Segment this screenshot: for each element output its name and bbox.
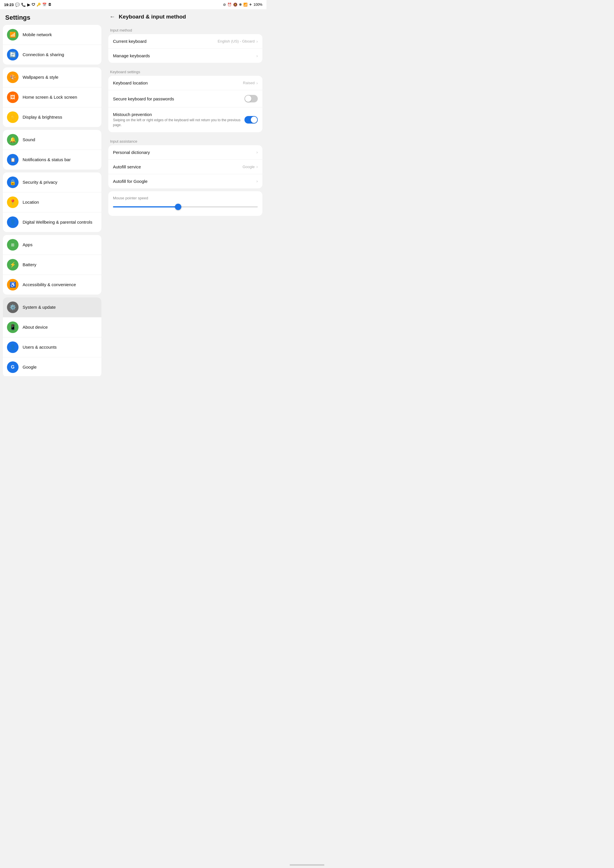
shield-icon: 🛡 — [31, 3, 35, 7]
mobile-network-label: Mobile network — [23, 32, 52, 37]
battery-icon: 100% — [253, 3, 263, 7]
airplane-icon: ✈ — [249, 3, 252, 7]
accessibility-label: Accessibility & convenience — [23, 282, 76, 288]
manage-keyboards-title: Manage keyboards — [113, 53, 253, 58]
security-label: Security & privacy — [23, 180, 58, 185]
settings-group-5: ⊞ Apps ⚡ Battery ♿ Accessibility & conve… — [3, 235, 101, 294]
wallpapers-label: Wallpapers & style — [23, 74, 59, 80]
sidebar-item-wallpapers[interactable]: 🎨 Wallpapers & style — [3, 67, 101, 87]
sidebar-item-about-device[interactable]: 📱 About device — [3, 318, 101, 337]
current-keyboard-item[interactable]: Current keyboard English (US) - Gboard › — [108, 34, 263, 49]
sidebar-item-display[interactable]: ☀️ Display & brightness — [3, 107, 101, 127]
dnd-icon: ⊘ — [223, 3, 226, 7]
sidebar-item-system-update[interactable]: ⚙️ System & update — [3, 298, 101, 318]
main-layout: Settings 📶 Mobile network 🔄 Connection &… — [0, 9, 266, 376]
key-icon: 🔑 — [36, 3, 41, 7]
settings-title: Settings — [3, 13, 101, 25]
apps-label: Apps — [23, 242, 33, 248]
keyboard-location-item[interactable]: Keyboard location Raised › — [108, 76, 263, 90]
connection-sharing-icon: 🔄 — [7, 49, 19, 60]
mistouch-prevention-item[interactable]: Mistouch prevention Swiping on the left … — [108, 107, 263, 132]
keyboard-settings-card: Keyboard location Raised › Secure keyboa… — [108, 76, 263, 132]
mistouch-prevention-subtitle: Swiping on the left or right edges of th… — [113, 118, 241, 128]
home-lock-label: Home screen & Lock screen — [23, 94, 77, 100]
secure-keyboard-toggle[interactable] — [244, 95, 258, 102]
slider-thumb[interactable] — [175, 204, 181, 210]
calendar-icon: 📅 — [42, 3, 47, 7]
personal-dictionary-chevron: › — [256, 150, 258, 155]
bluetooth-icon: ✻ — [239, 3, 242, 7]
slider-container[interactable] — [113, 204, 258, 210]
sidebar-item-security[interactable]: 🔒 Security & privacy — [3, 172, 101, 192]
wellbeing-label: Digital Wellbeing & parental controls — [23, 219, 92, 225]
autofill-google-item[interactable]: Autofill for Google › — [108, 174, 263, 188]
sidebar-item-home-lock[interactable]: 🖼 Home screen & Lock screen — [3, 87, 101, 107]
settings-group-1: 📶 Mobile network 🔄 Connection & sharing — [3, 25, 101, 65]
sidebar-item-mobile-network[interactable]: 📶 Mobile network — [3, 25, 101, 45]
manage-keyboards-item[interactable]: Manage keyboards › — [108, 49, 263, 63]
battery-label: Battery — [23, 262, 36, 268]
sidebar-item-location[interactable]: 📍 Location — [3, 192, 101, 212]
personal-dictionary-title: Personal dictionary — [113, 150, 253, 155]
battery-circle-icon: ⚡ — [7, 259, 19, 271]
location-icon: 📍 — [7, 197, 19, 208]
sidebar-item-battery[interactable]: ⚡ Battery — [3, 255, 101, 275]
mouse-pointer-speed-card: Mouse pointer speed — [108, 191, 263, 216]
input-method-card: Current keyboard English (US) - Gboard ›… — [108, 34, 263, 63]
sidebar-item-connection-sharing[interactable]: 🔄 Connection & sharing — [3, 45, 101, 65]
back-button[interactable]: ← — [109, 13, 115, 20]
right-panel: ← Keyboard & input method Input method C… — [104, 9, 266, 376]
settings-group-2: 🎨 Wallpapers & style 🖼 Home screen & Loc… — [3, 67, 101, 127]
google-icon: G — [7, 361, 19, 373]
keyboard-settings-section-label: Keyboard settings — [108, 66, 263, 76]
keyboard-location-title: Keyboard location — [113, 81, 240, 85]
right-header: ← Keyboard & input method — [104, 9, 266, 24]
system-update-icon: ⚙️ — [7, 301, 19, 313]
sidebar-item-apps[interactable]: ⊞ Apps — [3, 235, 101, 255]
slider-section: Mouse pointer speed — [108, 191, 263, 216]
input-method-section-label: Input method — [108, 24, 263, 34]
mute-icon: 🔕 — [233, 3, 238, 7]
autofill-service-item[interactable]: Autofill service Google › — [108, 160, 263, 174]
location-label: Location — [23, 199, 39, 205]
google-label: Google — [23, 364, 36, 370]
whatsapp-icon: 💬 — [15, 3, 20, 7]
input-assistance-section-label: Input assistance — [108, 135, 263, 145]
current-keyboard-chevron: › — [256, 39, 258, 44]
settings-group-6: ⚙️ System & update 📱 About device 👤 User… — [3, 298, 101, 376]
notifications-icon: 📋 — [7, 154, 19, 166]
sidebar-item-accessibility[interactable]: ♿ Accessibility & convenience — [3, 275, 101, 294]
time: 19:23 — [4, 3, 14, 7]
sidebar-item-google[interactable]: G Google — [3, 357, 101, 376]
left-panel: Settings 📶 Mobile network 🔄 Connection &… — [0, 9, 104, 376]
about-device-label: About device — [23, 324, 48, 330]
home-lock-icon: 🖼 — [7, 91, 19, 103]
slider-fill — [113, 206, 178, 208]
secure-keyboard-toggle-thumb — [245, 96, 252, 102]
autofill-service-chevron: › — [256, 164, 258, 169]
sidebar-item-notifications[interactable]: 📋 Notifications & status bar — [3, 150, 101, 169]
status-right: ⊘ ⏰ 🔕 ✻ 📶 ✈ 100% — [223, 3, 263, 7]
autofill-google-title: Autofill for Google — [113, 179, 253, 184]
sidebar-item-wellbeing[interactable]: 👤 Digital Wellbeing & parental controls — [3, 212, 101, 232]
sound-label: Sound — [23, 137, 35, 143]
apps-icon: ⊞ — [7, 239, 19, 251]
notifications-label: Notifications & status bar — [23, 157, 71, 163]
mistouch-prevention-toggle[interactable] — [244, 116, 258, 124]
accessibility-icon: ♿ — [7, 279, 19, 290]
sound-icon: 🔔 — [7, 134, 19, 146]
calendar2-icon: 🗓 — [48, 3, 51, 7]
personal-dictionary-item[interactable]: Personal dictionary › — [108, 145, 263, 160]
about-device-icon: 📱 — [7, 321, 19, 333]
sidebar-item-sound[interactable]: 🔔 Sound — [3, 130, 101, 150]
manage-keyboards-chevron: › — [256, 54, 258, 58]
alarm-icon: ⏰ — [227, 3, 232, 7]
secure-keyboard-title: Secure keyboard for passwords — [113, 96, 241, 101]
sidebar-item-users[interactable]: 👤 Users & accounts — [3, 337, 101, 357]
users-icon: 👤 — [7, 341, 19, 353]
connection-sharing-label: Connection & sharing — [23, 52, 64, 57]
secure-keyboard-item[interactable]: Secure keyboard for passwords — [108, 90, 263, 107]
current-keyboard-value: English (US) - Gboard — [218, 39, 255, 43]
right-panel-title: Keyboard & input method — [119, 14, 186, 20]
status-left: 19:23 💬 📞 ▶ 🛡 🔑 📅 🗓 — [4, 3, 51, 7]
